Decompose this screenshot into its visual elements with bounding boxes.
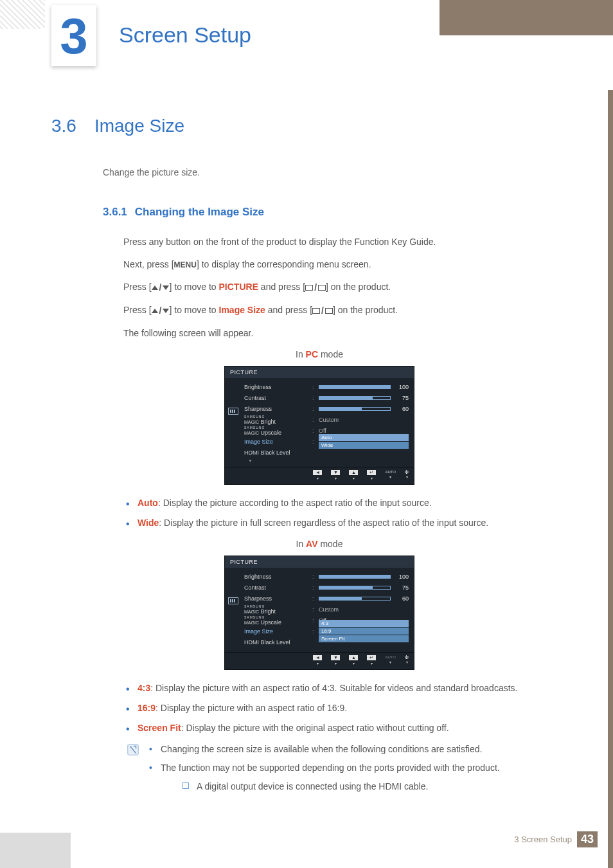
- bullet-auto: Auto: Display the picture according to t…: [126, 496, 587, 510]
- osd-footer: ◄▾ ▼▾ ▲▾ ↵▾ AUTO▾ ⏻▾: [225, 467, 414, 484]
- chapter-badge: 3: [51, 5, 96, 66]
- nav-power-icon: ⏻▾: [405, 655, 409, 665]
- section-heading: 3.6Image Size: [51, 116, 587, 136]
- step-3: Press [/] to move to PICTURE and press […: [123, 280, 587, 294]
- caption-pc: In PC mode: [51, 349, 587, 359]
- subsection-heading: 3.6.1Changing the Image Size: [103, 206, 587, 219]
- bullet-wide: Wide: Display the picture in full screen…: [126, 516, 587, 530]
- osd-image-size: Image Size: [244, 628, 310, 635]
- osd-footer: ◄▾ ▼▾ ▲▾ ↵▾ AUTO▾ ⏻▾: [225, 652, 414, 669]
- chapter-title: Screen Setup: [119, 23, 251, 48]
- nav-left-icon: ◄▾: [313, 655, 322, 665]
- footer-text: 3 Screen Setup: [514, 835, 572, 844]
- subsection-number: 3.6.1: [103, 206, 127, 218]
- corner-hatch: [0, 0, 45, 29]
- select-return-icon: /: [305, 281, 326, 294]
- osd-category-icon: [227, 382, 239, 463]
- nav-enter-icon: ↵▾: [367, 655, 376, 665]
- step-1: Press any button on the front of the pro…: [123, 235, 587, 249]
- nav-auto: AUTO▾: [385, 470, 396, 480]
- osd-pc: PICTURE Brightness:100 Contrast:75 Sharp…: [224, 366, 414, 485]
- up-down-icon: /: [152, 304, 170, 318]
- section-intro: Change the picture size.: [103, 167, 587, 177]
- steps: Press any button on the front of the pro…: [123, 235, 587, 340]
- nav-enter-icon: ↵▾: [367, 470, 376, 480]
- nav-auto: AUTO▾: [385, 655, 396, 665]
- nav-up-icon: ▲▾: [349, 655, 358, 665]
- section-number: 3.6: [51, 116, 76, 136]
- caption-av: In AV mode: [51, 539, 587, 549]
- step-5: The following screen will appear.: [123, 327, 587, 340]
- note-block: Changing the screen size is available wh…: [126, 743, 587, 799]
- up-down-icon: /: [152, 281, 170, 294]
- osd-image-size: Image Size: [244, 439, 310, 445]
- osd-category-icon: [227, 572, 239, 648]
- header-accent: [440, 0, 613, 35]
- nav-down-icon: ▼▾: [331, 655, 340, 665]
- chapter-number: 3: [60, 11, 87, 61]
- note-icon: [126, 743, 140, 757]
- osd-dropdown-pc: AutoWide: [319, 434, 409, 449]
- pc-bullets: Auto: Display the picture according to t…: [126, 496, 587, 530]
- bullet-169: 16:9: Display the picture with an aspect…: [126, 701, 587, 715]
- av-bullets: 4:3: Display the picture with an aspect …: [126, 682, 587, 735]
- nav-power-icon: ⏻▾: [405, 470, 409, 480]
- page-footer: 3 Screen Setup 43: [514, 831, 598, 847]
- image-size-label: Image Size: [219, 305, 265, 315]
- menu-label: MENU: [174, 260, 197, 269]
- note-2a: A digital output device is connected usi…: [182, 780, 500, 793]
- bottom-accent: [0, 833, 71, 868]
- note-1: Changing the screen size is available wh…: [149, 743, 500, 756]
- step-2: Next, press [MENU] to display the corres…: [123, 258, 587, 271]
- osd-title: PICTURE: [225, 366, 414, 378]
- note-2: The function may not be supported depend…: [149, 761, 500, 793]
- bullet-fit: Screen Fit: Display the picture with the…: [126, 721, 587, 735]
- picture-label: PICTURE: [219, 282, 258, 292]
- nav-down-icon: ▼▾: [331, 470, 340, 480]
- osd-dropdown-av: 4:316:9Screen Fit: [319, 620, 409, 643]
- section-title: Image Size: [94, 116, 184, 136]
- step-4: Press [/] to move to Image Size and pres…: [123, 303, 587, 318]
- osd-title: PICTURE: [225, 556, 414, 568]
- select-return-icon: /: [312, 304, 333, 318]
- nav-up-icon: ▲▾: [349, 470, 358, 480]
- page-number: 43: [577, 831, 598, 847]
- bullet-43: 4:3: Display the picture with an aspect …: [126, 682, 587, 695]
- side-accent: [608, 90, 613, 868]
- nav-left-icon: ◄▾: [313, 470, 322, 480]
- osd-av: PICTURE Brightness:100 Contrast:75 Sharp…: [224, 556, 414, 670]
- subsection-title: Changing the Image Size: [135, 206, 264, 218]
